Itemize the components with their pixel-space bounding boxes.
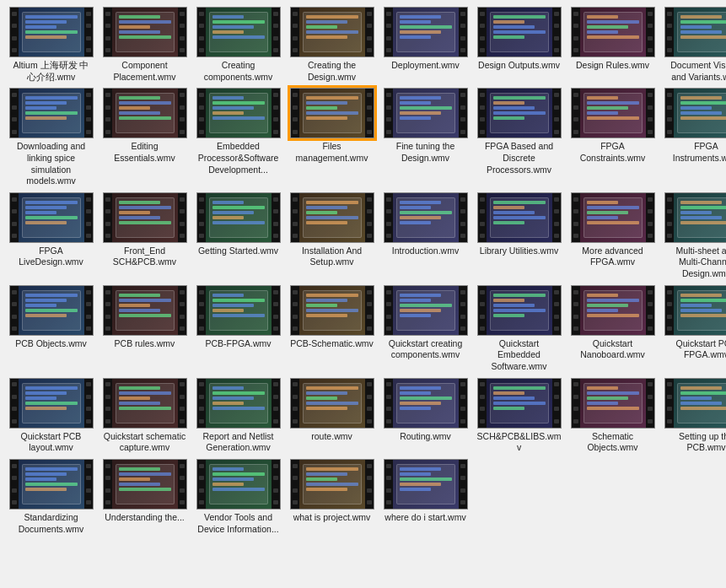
grid-item-28[interactable]: PCB-Schematic.wmv (288, 285, 376, 373)
grid-item-32[interactable]: Quickstart PCB FPGA.wmv (662, 285, 726, 373)
thumbnail-31 (571, 285, 655, 336)
item-label-12: Files management.wmv (290, 141, 374, 164)
grid-item-45[interactable]: where do i start.wmv (381, 459, 470, 535)
screen-content-24 (675, 195, 727, 240)
grid-item-35[interactable]: Report and Netlist Generation.wmv (194, 378, 282, 454)
grid-item-26[interactable]: PCB rules.wmv (100, 285, 189, 373)
film-strip-left (665, 89, 674, 138)
screen-content-26 (113, 288, 177, 333)
grid-item-38[interactable]: SCH&PCB&LIBS.wmv (475, 378, 563, 454)
thumbnail-3 (196, 7, 281, 57)
screen-content-20 (300, 195, 364, 240)
grid-item-43[interactable]: Vendor Tools and Device Information... (194, 459, 282, 535)
item-label-30: Quickstart Embedded Software.wmv (477, 338, 562, 373)
thumbnail-10 (103, 88, 187, 138)
item-label-38: SCH&PCB&LIBS.wmv (477, 431, 562, 454)
film-strip-right (459, 8, 467, 57)
grid-item-13[interactable]: Fine tuning the Design.wmv (381, 88, 470, 187)
grid-item-30[interactable]: Quickstart Embedded Software.wmv (475, 285, 563, 373)
grid-item-41[interactable]: Standardizing Documents.wmv (7, 459, 95, 535)
item-label-29: Quickstart creating components.wmv (384, 338, 468, 361)
grid-item-6[interactable]: Design Outputs.wmv (475, 7, 563, 83)
thumbnail-45 (384, 459, 468, 510)
film-strip-left (10, 286, 19, 335)
grid-item-2[interactable]: Component Placement.wmv (100, 7, 189, 83)
film-strip-left (385, 89, 393, 138)
film-strip-left (385, 379, 393, 428)
screen-content-42 (113, 461, 177, 507)
thumbnail-4 (290, 7, 374, 57)
film-strip-left (572, 193, 580, 242)
grid-item-23[interactable]: More advanced FPGA.wmv (568, 192, 657, 280)
thumbnail-44 (290, 459, 374, 510)
thumbnail-29 (384, 285, 468, 336)
item-label-10: Editing Essentials.wmv (103, 141, 187, 164)
grid-item-39[interactable]: Schematic Objects.wmv (568, 378, 657, 454)
grid-item-1[interactable]: Altium 上海研发 中心介绍.wmv (7, 7, 95, 83)
item-label-34: Quickstart schematic capture.wmv (103, 431, 187, 454)
grid-item-17[interactable]: FPGA LiveDesign.wmv (7, 192, 95, 280)
film-strip-left (197, 286, 206, 335)
film-strip-left (385, 8, 393, 57)
grid-item-11[interactable]: Embedded Processor&Software Development.… (194, 88, 282, 187)
grid-item-36[interactable]: route.wmv (288, 378, 376, 454)
grid-item-25[interactable]: PCB Objects.wmv (7, 285, 95, 373)
thumbnail-26 (103, 285, 187, 336)
grid-item-19[interactable]: Getting Started.wmv (194, 192, 282, 280)
grid-item-44[interactable]: what is project.wmv (288, 459, 376, 535)
thumbnail-11 (196, 88, 281, 138)
grid-item-40[interactable]: Setting up the PCB.wmv (662, 378, 726, 454)
grid-item-9[interactable]: Downloading and linking spice simulation… (7, 88, 95, 187)
film-strip-right (459, 460, 467, 509)
grid-item-18[interactable]: Front_End SCH&PCB.wmv (100, 192, 189, 280)
thumbnail-7 (571, 7, 655, 57)
screen-content-13 (394, 90, 458, 136)
grid-item-5[interactable]: Deployment.wmv (381, 7, 470, 83)
grid-item-22[interactable]: Library Utilities.wmv (475, 192, 563, 280)
item-label-35: Report and Netlist Generation.wmv (196, 431, 281, 454)
item-label-43: Vendor Tools and Device Information... (196, 512, 281, 535)
grid-item-21[interactable]: Introduction.wmv (381, 192, 470, 280)
item-label-19: Getting Started.wmv (198, 245, 278, 257)
grid-item-3[interactable]: Creating components.wmv (194, 7, 282, 83)
screen-content-28 (300, 288, 364, 333)
film-strip-right (272, 89, 280, 138)
film-strip-left (385, 193, 393, 242)
screen-content-43 (207, 461, 271, 507)
film-strip-left (572, 379, 580, 428)
grid-item-42[interactable]: Understanding the... (100, 459, 189, 535)
grid-item-29[interactable]: Quickstart creating components.wmv (381, 285, 470, 373)
grid-item-27[interactable]: PCB-FPGA.wmv (194, 285, 282, 373)
grid-item-15[interactable]: FPGA Constraints.wmv (568, 88, 657, 187)
thumbnail-1 (9, 7, 94, 57)
film-strip-left (10, 8, 19, 57)
thumbnail-16 (664, 88, 727, 138)
film-strip-left (197, 379, 206, 428)
grid-item-20[interactable]: Installation And Setup.wmv (288, 192, 376, 280)
grid-item-34[interactable]: Quickstart schematic capture.wmv (100, 378, 189, 454)
screen-content-3 (207, 9, 271, 55)
thumbnail-25 (9, 285, 94, 336)
film-strip-right (84, 286, 93, 335)
grid-item-14[interactable]: FPGA Based and Discrete Processors.wmv (475, 88, 563, 187)
grid-item-7[interactable]: Design Rules.wmv (568, 7, 657, 83)
film-strip-right (552, 193, 561, 242)
grid-item-16[interactable]: FPGA Instruments.wmv (662, 88, 726, 187)
screen-content-11 (207, 90, 271, 136)
grid-item-12[interactable]: Files management.wmv (288, 88, 376, 187)
film-strip-right (272, 193, 280, 242)
thumbnail-13 (384, 88, 468, 138)
grid-item-4[interactable]: Creating the Design.wmv (288, 7, 376, 83)
grid-item-10[interactable]: Editing Essentials.wmv (100, 88, 189, 187)
grid-item-24[interactable]: Multi-sheet and Multi-Channel Design.wmv (662, 192, 726, 280)
grid-item-8[interactable]: Document Visions and Variants.wmv (662, 7, 726, 83)
film-strip-left (104, 286, 112, 335)
grid-item-37[interactable]: Routing.wmv (381, 378, 470, 454)
grid-item-31[interactable]: Quickstart Nanoboard.wmv (568, 285, 657, 373)
film-strip-right (365, 193, 374, 242)
film-strip-right (84, 379, 93, 428)
item-label-21: Introduction.wmv (392, 245, 459, 257)
item-label-26: PCB rules.wmv (115, 338, 175, 350)
grid-item-33[interactable]: Quickstart PCB layout.wmv (7, 378, 95, 454)
film-strip-left (385, 460, 393, 509)
